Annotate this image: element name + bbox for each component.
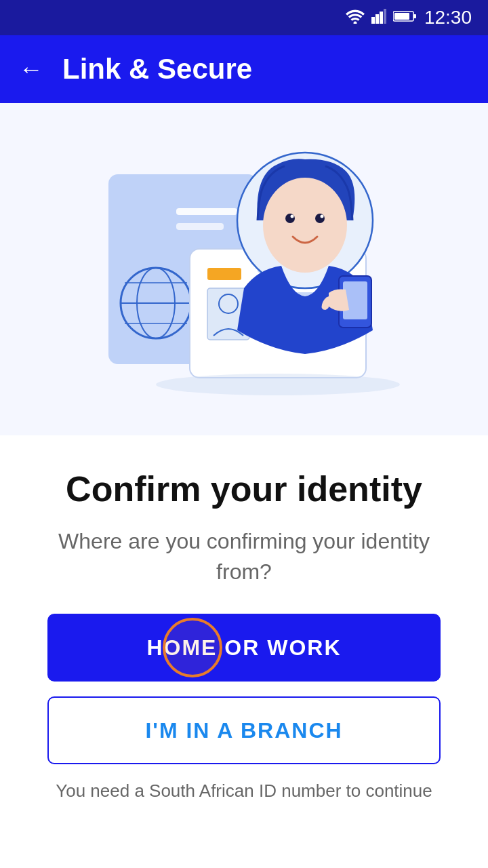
- svg-point-34: [156, 374, 400, 395]
- svg-point-29: [315, 214, 325, 223]
- wifi-icon: [346, 9, 365, 27]
- svg-rect-6: [413, 14, 416, 18]
- content-area: Confirm your identity Where are you conf…: [0, 435, 488, 829]
- home-or-work-label: HOME OR WORK: [146, 635, 341, 660]
- page-title: Link & Secure: [62, 53, 252, 85]
- svg-marker-2: [375, 14, 379, 24]
- svg-rect-15: [176, 223, 224, 230]
- footer-note: You need a South African ID number to co…: [56, 781, 432, 802]
- buttons-container: HOME OR WORK I'M IN A BRANCH: [47, 614, 441, 764]
- svg-rect-7: [394, 13, 409, 20]
- back-icon: ←: [19, 55, 43, 83]
- svg-point-31: [321, 215, 324, 218]
- svg-point-30: [291, 215, 294, 218]
- illustration-area: [0, 103, 488, 435]
- home-or-work-button[interactable]: HOME OR WORK: [47, 614, 441, 682]
- back-button[interactable]: ←: [19, 55, 43, 83]
- svg-rect-14: [176, 208, 237, 215]
- svg-rect-17: [207, 268, 241, 280]
- confirm-subtitle: Where are you confirming your identity f…: [47, 526, 441, 587]
- identity-illustration: [81, 117, 407, 422]
- svg-point-0: [353, 21, 357, 24]
- svg-point-28: [285, 214, 295, 223]
- confirm-title: Confirm your identity: [66, 469, 422, 510]
- status-icons: [346, 9, 416, 27]
- status-bar: 12:30: [0, 0, 488, 35]
- status-time: 12:30: [424, 7, 472, 28]
- svg-point-27: [263, 178, 347, 273]
- svg-marker-3: [380, 12, 383, 24]
- svg-marker-1: [371, 17, 375, 24]
- branch-button[interactable]: I'M IN A BRANCH: [47, 696, 441, 764]
- battery-icon: [393, 10, 416, 26]
- svg-marker-4: [384, 9, 386, 24]
- app-header: ← Link & Secure: [0, 35, 488, 103]
- signal-icon: [371, 9, 386, 27]
- branch-label: I'M IN A BRANCH: [145, 718, 342, 743]
